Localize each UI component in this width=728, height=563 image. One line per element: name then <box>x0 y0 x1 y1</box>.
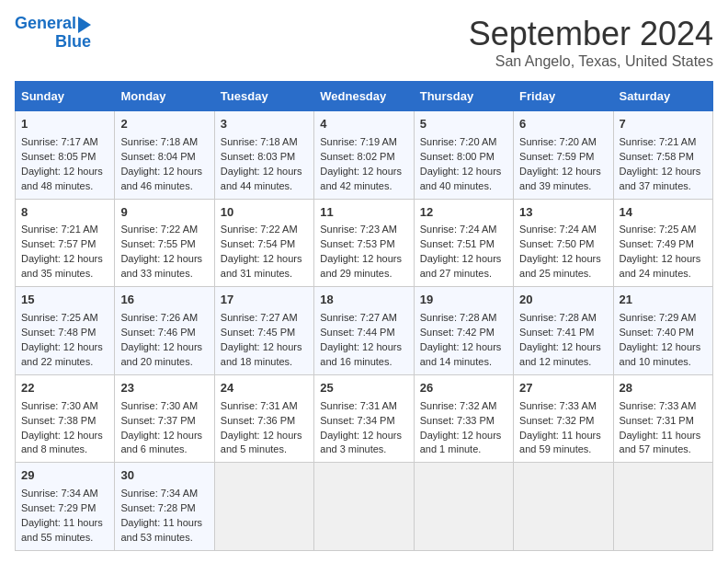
calendar-header-row: SundayMondayTuesdayWednesdayThursdayFrid… <box>16 82 713 111</box>
week-row-1: 1Sunrise: 7:17 AMSunset: 8:05 PMDaylight… <box>16 111 713 200</box>
calendar-cell: 22Sunrise: 7:30 AMSunset: 7:38 PMDayligh… <box>16 374 115 463</box>
logo-text-blue: Blue <box>55 33 91 52</box>
calendar-cell: 5Sunrise: 7:20 AMSunset: 8:00 PMDaylight… <box>414 111 513 200</box>
day-number: 26 <box>420 380 507 397</box>
day-number: 4 <box>320 116 407 133</box>
day-number: 15 <box>21 292 108 309</box>
calendar-cell: 23Sunrise: 7:30 AMSunset: 7:37 PMDayligh… <box>115 374 214 463</box>
calendar-cell: 6Sunrise: 7:20 AMSunset: 7:59 PMDaylight… <box>514 111 613 200</box>
calendar-cell <box>514 463 613 551</box>
calendar-cell: 8Sunrise: 7:21 AMSunset: 7:57 PMDaylight… <box>16 199 115 287</box>
calendar-cell: 9Sunrise: 7:22 AMSunset: 7:55 PMDaylight… <box>115 199 214 287</box>
day-number: 24 <box>221 380 308 397</box>
calendar-cell: 18Sunrise: 7:27 AMSunset: 7:44 PMDayligh… <box>314 287 414 375</box>
calendar-cell <box>214 463 313 551</box>
calendar-cell: 29Sunrise: 7:34 AMSunset: 7:29 PMDayligh… <box>16 463 115 551</box>
day-number: 16 <box>120 292 208 309</box>
week-row-5: 29Sunrise: 7:34 AMSunset: 7:29 PMDayligh… <box>16 463 713 551</box>
calendar-cell <box>414 463 513 551</box>
calendar-subtitle: San Angelo, Texas, United States <box>469 53 713 70</box>
header-sunday: Sunday <box>16 82 115 111</box>
calendar-cell: 21Sunrise: 7:29 AMSunset: 7:40 PMDayligh… <box>613 287 712 375</box>
header-tuesday: Tuesday <box>214 82 313 111</box>
day-number: 5 <box>420 116 507 133</box>
day-number: 12 <box>420 204 507 222</box>
day-number: 25 <box>320 380 407 397</box>
day-number: 28 <box>620 380 707 397</box>
logo: General Blue <box>15 15 91 52</box>
calendar-cell: 25Sunrise: 7:31 AMSunset: 7:34 PMDayligh… <box>314 374 414 463</box>
logo-arrow-icon <box>78 17 91 33</box>
header-thursday: Thursday <box>414 82 513 111</box>
calendar-cell: 20Sunrise: 7:28 AMSunset: 7:41 PMDayligh… <box>514 287 613 375</box>
calendar-cell: 12Sunrise: 7:24 AMSunset: 7:51 PMDayligh… <box>414 199 513 287</box>
calendar-cell: 30Sunrise: 7:34 AMSunset: 7:28 PMDayligh… <box>115 463 214 551</box>
day-number: 20 <box>519 292 607 309</box>
calendar-cell: 4Sunrise: 7:19 AMSunset: 8:02 PMDaylight… <box>314 111 414 200</box>
week-row-4: 22Sunrise: 7:30 AMSunset: 7:38 PMDayligh… <box>16 374 713 463</box>
calendar-cell: 27Sunrise: 7:33 AMSunset: 7:32 PMDayligh… <box>514 374 613 463</box>
day-number: 9 <box>120 204 208 222</box>
calendar-cell: 28Sunrise: 7:33 AMSunset: 7:31 PMDayligh… <box>613 374 712 463</box>
calendar-cell: 15Sunrise: 7:25 AMSunset: 7:48 PMDayligh… <box>16 287 115 375</box>
week-row-3: 15Sunrise: 7:25 AMSunset: 7:48 PMDayligh… <box>16 287 713 375</box>
week-row-2: 8Sunrise: 7:21 AMSunset: 7:57 PMDaylight… <box>16 199 713 287</box>
logo-text-general: General <box>15 15 76 33</box>
calendar-cell: 10Sunrise: 7:22 AMSunset: 7:54 PMDayligh… <box>214 199 313 287</box>
day-number: 2 <box>120 116 208 133</box>
day-number: 10 <box>221 204 308 222</box>
day-number: 18 <box>320 292 407 309</box>
calendar-cell: 2Sunrise: 7:18 AMSunset: 8:04 PMDaylight… <box>115 111 214 200</box>
calendar-cell: 26Sunrise: 7:32 AMSunset: 7:33 PMDayligh… <box>414 374 513 463</box>
day-number: 7 <box>620 116 707 133</box>
day-number: 19 <box>420 292 507 309</box>
day-number: 3 <box>221 116 308 133</box>
day-number: 8 <box>21 204 108 222</box>
calendar-title: September 2024 <box>469 15 713 53</box>
day-number: 17 <box>221 292 308 309</box>
header-wednesday: Wednesday <box>314 82 414 111</box>
calendar-cell: 1Sunrise: 7:17 AMSunset: 8:05 PMDaylight… <box>16 111 115 200</box>
day-number: 11 <box>320 204 407 222</box>
day-number: 14 <box>620 204 707 222</box>
day-number: 23 <box>120 380 208 397</box>
calendar-cell <box>314 463 414 551</box>
day-number: 21 <box>620 292 707 309</box>
day-number: 27 <box>519 380 607 397</box>
calendar-cell: 16Sunrise: 7:26 AMSunset: 7:46 PMDayligh… <box>115 287 214 375</box>
page-header: General Blue September 2024 San Angelo, … <box>15 15 713 70</box>
calendar-cell: 3Sunrise: 7:18 AMSunset: 8:03 PMDaylight… <box>214 111 313 200</box>
day-number: 6 <box>519 116 607 133</box>
day-number: 29 <box>21 467 108 485</box>
title-block: September 2024 San Angelo, Texas, United… <box>469 15 713 70</box>
day-number: 30 <box>120 467 208 485</box>
calendar-cell: 13Sunrise: 7:24 AMSunset: 7:50 PMDayligh… <box>514 199 613 287</box>
header-monday: Monday <box>115 82 214 111</box>
calendar-cell <box>613 463 712 551</box>
calendar-cell: 14Sunrise: 7:25 AMSunset: 7:49 PMDayligh… <box>613 199 712 287</box>
calendar-cell: 19Sunrise: 7:28 AMSunset: 7:42 PMDayligh… <box>414 287 513 375</box>
header-saturday: Saturday <box>613 82 712 111</box>
header-friday: Friday <box>514 82 613 111</box>
calendar-cell: 24Sunrise: 7:31 AMSunset: 7:36 PMDayligh… <box>214 374 313 463</box>
day-number: 22 <box>21 380 108 397</box>
calendar-cell: 11Sunrise: 7:23 AMSunset: 7:53 PMDayligh… <box>314 199 414 287</box>
calendar-body: 1Sunrise: 7:17 AMSunset: 8:05 PMDaylight… <box>16 111 713 551</box>
calendar-table: SundayMondayTuesdayWednesdayThursdayFrid… <box>15 81 713 551</box>
calendar-cell: 7Sunrise: 7:21 AMSunset: 7:58 PMDaylight… <box>613 111 712 200</box>
day-number: 1 <box>21 116 108 133</box>
day-number: 13 <box>519 204 607 222</box>
calendar-cell: 17Sunrise: 7:27 AMSunset: 7:45 PMDayligh… <box>214 287 313 375</box>
